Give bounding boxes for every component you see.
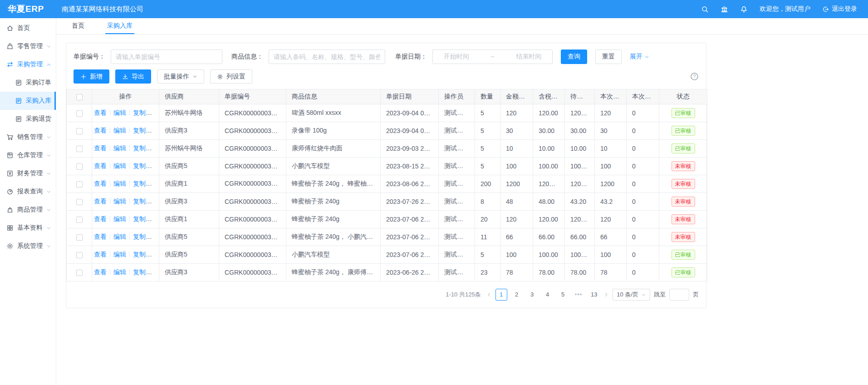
action-view-link[interactable]: 查看 (94, 144, 107, 152)
action-view-link[interactable]: 查看 (94, 233, 107, 240)
action-copy-link[interactable]: 复制 (133, 162, 152, 169)
sidebar-item-finance[interactable]: 财务管理 (0, 164, 56, 183)
cell-bill_no: CGRK00000003201 (219, 193, 286, 211)
cell-amount: 100 (500, 158, 533, 175)
row-checkbox[interactable] (76, 163, 83, 170)
action-edit-link[interactable]: 编辑 (113, 251, 126, 258)
page-button-2[interactable]: 2 (511, 289, 523, 301)
cell-due: 30.00 (565, 122, 595, 140)
action-delete-link[interactable]: 删除 (152, 233, 159, 240)
action-copy-link[interactable]: 复制 (133, 233, 152, 240)
sidebar-subitem-purchase-return[interactable]: 采购退货 (0, 110, 56, 128)
action-view-link[interactable]: 查看 (94, 251, 107, 258)
action-delete-link[interactable]: 删除 (152, 162, 159, 169)
action-copy-link[interactable]: 复制 (133, 251, 152, 258)
reset-button[interactable]: 重置 (595, 49, 622, 64)
page-button-3[interactable]: 3 (526, 289, 538, 301)
page-button-5[interactable]: 5 (557, 289, 569, 301)
cell-tax_total: 1200.00 (533, 175, 565, 193)
bill-no-input[interactable] (111, 49, 222, 64)
select-all-checkbox[interactable] (76, 94, 83, 100)
row-checkbox[interactable] (76, 199, 83, 205)
action-separator (129, 110, 130, 115)
action-delete-link[interactable]: 删除 (152, 251, 159, 258)
action-view-link[interactable]: 查看 (94, 180, 107, 187)
action-edit-link[interactable]: 编辑 (113, 162, 126, 169)
action-copy-link[interactable]: 复制 (133, 144, 152, 152)
action-edit-link[interactable]: 编辑 (113, 127, 126, 134)
sidebar-item-purchase[interactable]: 采购管理 (0, 55, 56, 74)
action-view-link[interactable]: 查看 (94, 127, 107, 134)
row-checkbox[interactable] (76, 181, 83, 188)
action-copy-link[interactable]: 复制 (133, 127, 152, 134)
action-edit-link[interactable]: 编辑 (113, 180, 126, 187)
action-edit-link[interactable]: 编辑 (113, 144, 126, 152)
action-view-link[interactable]: 查看 (94, 109, 107, 116)
sidebar-item-warehouse[interactable]: 仓库管理 (0, 146, 56, 164)
sidebar-subitem-purchase-inbound[interactable]: 采购入库 (0, 92, 56, 110)
action-copy-link[interactable]: 复制 (133, 215, 152, 222)
search-icon[interactable] (701, 5, 709, 13)
page-button-1[interactable]: 1 (495, 289, 507, 301)
help-icon[interactable]: ? (690, 72, 699, 81)
action-view-link[interactable]: 查看 (94, 197, 107, 205)
sidebar-item-goods[interactable]: 商品管理 (0, 201, 56, 219)
page-size-select[interactable]: 10 条/页 (613, 289, 650, 301)
bell-icon[interactable] (740, 5, 748, 13)
action-edit-link[interactable]: 编辑 (113, 215, 126, 222)
next-page-button[interactable] (603, 292, 609, 297)
export-button[interactable]: 导出 (115, 69, 151, 84)
add-button[interactable]: 新增 (74, 69, 109, 84)
search-button[interactable]: 查询 (561, 49, 587, 64)
row-checkbox[interactable] (76, 234, 83, 241)
page-button-4[interactable]: 4 (542, 289, 554, 301)
sidebar-item-sales[interactable]: 销售管理 (0, 128, 56, 146)
action-delete-link[interactable]: 删除 (152, 180, 159, 187)
sidebar-item-report[interactable]: 报表查询 (0, 183, 56, 201)
action-delete-link[interactable]: 删除 (152, 215, 159, 222)
row-checkbox[interactable] (76, 146, 83, 152)
jump-input[interactable] (669, 289, 689, 301)
row-checkbox[interactable] (76, 252, 83, 258)
action-delete-link[interactable]: 删除 (152, 144, 159, 152)
action-copy-link[interactable]: 复制 (133, 197, 152, 205)
sidebar-item-retail[interactable]: 零售管理 (0, 37, 56, 55)
action-delete-link[interactable]: 删除 (152, 127, 159, 134)
bank-icon[interactable] (721, 5, 728, 13)
page-ellipsis: ••• (573, 289, 585, 301)
cell-actions: 查看编辑复制删除 (92, 246, 159, 264)
sidebar-item-basic[interactable]: 基本资料 (0, 219, 56, 237)
tab-home[interactable]: 首页 (70, 18, 86, 34)
row-checkbox[interactable] (76, 110, 83, 117)
sidebar-item-home[interactable]: 首页 (0, 19, 56, 37)
column-settings-button[interactable]: 列设置 (210, 69, 252, 84)
product-info-input[interactable] (269, 49, 385, 64)
logout-button[interactable]: 退出登录 (822, 5, 857, 13)
sidebar-item-system[interactable]: 系统管理 (0, 237, 56, 255)
action-copy-link[interactable]: 复制 (133, 268, 152, 276)
action-delete-link[interactable]: 删除 (152, 109, 159, 116)
page-button-13[interactable]: 13 (588, 289, 600, 301)
row-checkbox[interactable] (76, 270, 83, 276)
action-copy-link[interactable]: 复制 (133, 180, 152, 187)
action-delete-link[interactable]: 删除 (152, 197, 159, 205)
action-copy-link[interactable]: 复制 (133, 109, 152, 116)
action-view-link[interactable]: 查看 (94, 215, 107, 222)
sidebar-subitem-purchase-order[interactable]: 采购订单 (0, 74, 56, 92)
action-view-link[interactable]: 查看 (94, 268, 107, 276)
action-edit-link[interactable]: 编辑 (113, 197, 126, 205)
action-separator (110, 234, 110, 239)
row-checkbox[interactable] (76, 128, 83, 134)
action-delete-link[interactable]: 删除 (152, 268, 159, 276)
basic-icon (6, 224, 14, 232)
tab-purchase-inbound[interactable]: 采购入库 (105, 18, 134, 34)
action-edit-link[interactable]: 编辑 (113, 233, 126, 240)
row-checkbox[interactable] (76, 217, 83, 223)
expand-link[interactable]: 展开 (630, 53, 649, 61)
prev-page-button[interactable] (486, 292, 492, 297)
action-edit-link[interactable]: 编辑 (113, 268, 126, 276)
date-range-input[interactable]: 开始时间 ~ 结束时间 (432, 49, 553, 64)
action-view-link[interactable]: 查看 (94, 162, 107, 169)
batch-actions-button[interactable]: 批量操作 (157, 69, 204, 84)
action-edit-link[interactable]: 编辑 (113, 109, 126, 116)
